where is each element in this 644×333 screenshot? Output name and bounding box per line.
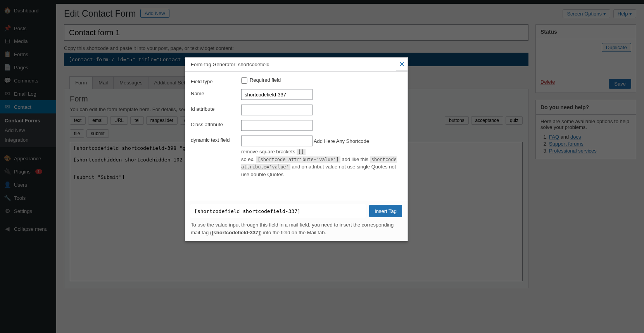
formtag-dialog: Form-tag Generator: shortcodefield ✕ Fie… xyxy=(185,57,408,241)
dynamic-hint-add: Add Here Any Shortcode xyxy=(314,138,369,144)
dialog-close-button[interactable]: ✕ xyxy=(396,59,407,70)
id-attr-label: Id attribute xyxy=(191,105,241,112)
id-attr-input[interactable] xyxy=(241,105,313,115)
insert-tag-button[interactable]: Insert Tag xyxy=(369,205,402,217)
class-attr-label: Class attribute xyxy=(191,120,241,127)
dynamic-hint: remove square brackets [] so ex. [shortc… xyxy=(241,148,402,178)
dynamic-text-input[interactable] xyxy=(241,136,313,146)
name-input[interactable] xyxy=(241,89,313,100)
output-shortcode-input[interactable] xyxy=(191,205,365,217)
field-type-label: Field type xyxy=(191,77,241,84)
required-checkbox[interactable] xyxy=(241,77,247,84)
dialog-footer-text: To use the value input through this fiel… xyxy=(191,221,402,236)
required-checkbox-label[interactable]: Required field xyxy=(241,77,281,83)
dynamic-text-label: dynamic text field xyxy=(191,136,241,143)
dialog-title: Form-tag Generator: shortcodefield xyxy=(191,62,269,67)
name-label: Name xyxy=(191,89,241,96)
class-attr-input[interactable] xyxy=(241,120,313,131)
close-icon: ✕ xyxy=(399,60,405,69)
